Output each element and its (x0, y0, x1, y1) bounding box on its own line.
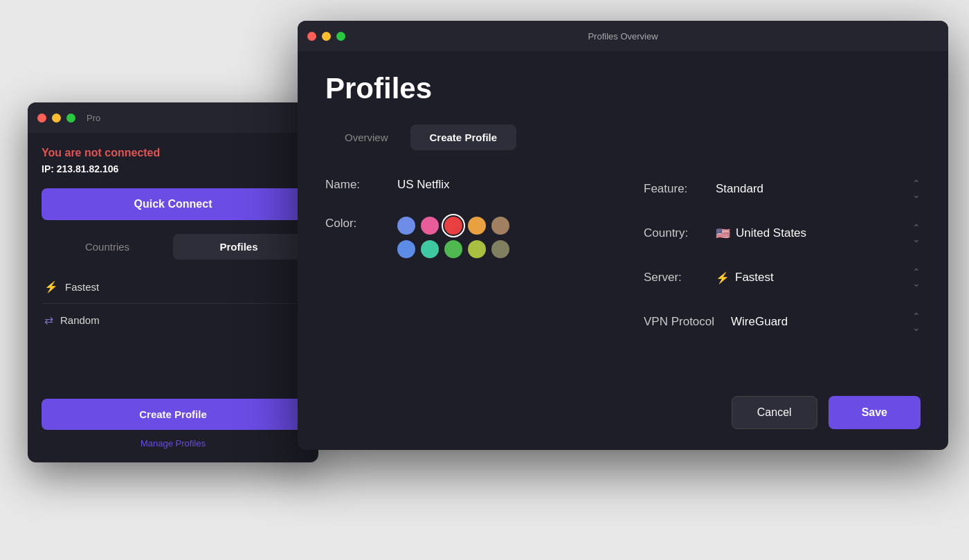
feature-chevron-icon: ⌃⌄ (912, 178, 921, 200)
fg-traffic-lights (307, 32, 345, 41)
tab-profiles[interactable]: Profiles (173, 234, 305, 260)
main-tabs: Countries Profiles ‹ (42, 234, 305, 260)
form-grid: Name: US Netflix Color: Feature: Standar… (325, 178, 921, 382)
create-profile-button[interactable]: Create Profile (42, 399, 305, 430)
color-swatch-6[interactable] (421, 240, 439, 258)
vpn-protocol-chevron-icon: ⌃⌄ (912, 311, 921, 333)
fastest-label: Fastest (65, 281, 99, 293)
server-select[interactable]: ⚡ Fastest ⌃⌄ (716, 267, 921, 289)
fg-tabs: Overview Create Profile (325, 125, 921, 150)
country-select[interactable]: 🇺🇸 United States ⌃⌄ (716, 222, 921, 244)
fg-body: Profiles Overview Create Profile Name: U… (298, 51, 948, 450)
color-swatch-0[interactable] (397, 217, 415, 235)
maximize-button[interactable] (66, 114, 75, 123)
feature-row: Feature: Standard ⌃⌄ (644, 178, 921, 200)
country-label: Country: (644, 226, 699, 240)
bottom-section: Create Profile Manage Profiles (28, 388, 318, 462)
quick-connect-button[interactable]: Quick Connect (42, 188, 305, 220)
name-label: Name: (325, 178, 381, 192)
feature-label: Feature: (644, 182, 699, 196)
vpn-protocol-select[interactable]: WireGuard ⌃⌄ (731, 311, 921, 333)
tab-create-profile[interactable]: Create Profile (410, 125, 517, 150)
save-button[interactable]: Save (828, 396, 921, 429)
close-button[interactable] (37, 114, 46, 123)
color-swatch-1[interactable] (421, 217, 439, 235)
manage-profiles-link[interactable]: Manage Profiles (141, 438, 206, 449)
color-swatch-7[interactable] (444, 240, 462, 258)
vpn-protocol-value: WireGuard (731, 315, 788, 329)
server-row: Server: ⚡ Fastest ⌃⌄ (644, 267, 921, 289)
list-item[interactable]: ⚡ Fastest (42, 271, 305, 304)
country-row: Country: 🇺🇸 United States ⌃⌄ (644, 222, 921, 244)
color-swatch-3[interactable] (468, 217, 486, 235)
server-value: ⚡ Fastest (716, 271, 774, 284)
minimize-button[interactable] (52, 114, 61, 123)
fg-maximize-button[interactable] (336, 32, 345, 41)
random-icon: ⇄ (44, 314, 53, 327)
profile-list: ⚡ Fastest ⇄ Random (42, 271, 305, 336)
color-swatch-4[interactable] (491, 217, 509, 235)
country-name: United States (736, 226, 806, 240)
bg-window-body: You are not connected IP: 213.81.82.106 … (28, 133, 318, 388)
form-left-section: Name: US Netflix Color: (325, 178, 602, 382)
ip-label: IP: (42, 163, 57, 174)
feature-value: Standard (716, 182, 763, 196)
color-label: Color: (325, 217, 381, 231)
fg-close-button[interactable] (307, 32, 316, 41)
color-swatch-9[interactable] (491, 240, 509, 258)
feature-select[interactable]: Standard ⌃⌄ (716, 178, 921, 200)
server-chevron-icon: ⌃⌄ (912, 267, 921, 289)
list-item[interactable]: ⇄ Random (42, 304, 305, 336)
tab-overview[interactable]: Overview (325, 125, 408, 150)
random-label: Random (60, 314, 100, 326)
name-row: Name: US Netflix (325, 178, 602, 192)
vpn-protocol-row: VPN Protocol WireGuard ⌃⌄ (644, 311, 921, 333)
color-row: Color: (325, 214, 602, 258)
country-chevron-icon: ⌃⌄ (912, 222, 921, 244)
fg-titlebar: Profiles Overview (298, 21, 948, 51)
country-flag: 🇺🇸 (716, 226, 730, 241)
bg-titlebar: Pro (28, 102, 318, 133)
form-right-section: Feature: Standard ⌃⌄ Country: 🇺🇸 United … (644, 178, 921, 382)
color-swatches (397, 217, 509, 258)
color-swatch-2[interactable] (444, 217, 462, 235)
fg-window-title: Profiles Overview (588, 31, 658, 42)
ip-display: IP: 213.81.82.106 (42, 163, 305, 174)
color-swatch-8[interactable] (468, 240, 486, 258)
country-value: 🇺🇸 United States (716, 226, 806, 241)
bg-window-title: Pro (87, 113, 100, 123)
action-row: Cancel Save (325, 382, 921, 429)
server-lightning-icon: ⚡ (716, 271, 730, 284)
fastest-icon: ⚡ (44, 280, 58, 293)
connection-status: You are not connected (42, 147, 305, 159)
page-title: Profiles (325, 72, 921, 105)
cancel-button[interactable]: Cancel (732, 396, 817, 429)
server-label: Server: (644, 271, 699, 284)
fg-minimize-button[interactable] (322, 32, 331, 41)
vpn-protocol-label: VPN Protocol (644, 315, 714, 329)
tab-countries[interactable]: Countries (42, 234, 173, 260)
name-value: US Netflix (397, 178, 602, 192)
server-name: Fastest (735, 271, 774, 284)
ip-value: 213.81.82.106 (57, 163, 119, 174)
bg-vpn-window: Pro You are not connected IP: 213.81.82.… (28, 102, 318, 462)
fg-profiles-window: Profiles Overview Profiles Overview Crea… (298, 21, 948, 450)
color-swatch-5[interactable] (397, 240, 415, 258)
